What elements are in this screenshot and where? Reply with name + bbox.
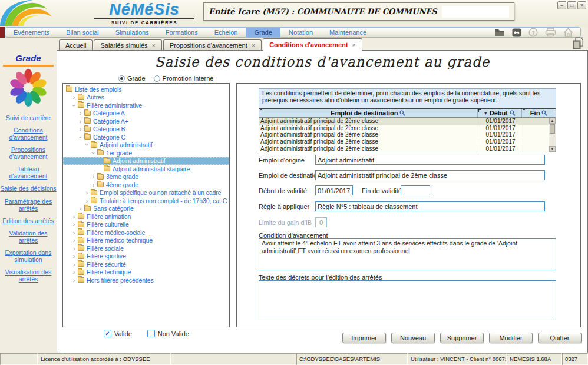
scroll-track[interactable] (549, 134, 556, 146)
sidebar-link-param-trage-des-arr-t-s[interactable]: Paramétrage des arrêtés (0, 198, 57, 212)
tree-item-liste-des-emplois[interactable]: Liste des emplois (63, 85, 229, 94)
tree-item-fili-re-m-dico-technique[interactable]: ›Filière médico-technique (63, 237, 229, 245)
tree-item-sans-cat-gorie[interactable]: ›Sans catégorie (63, 205, 229, 213)
tab-propositions-d-avancement[interactable]: Propositions d'avancement× (163, 39, 262, 50)
menu-item-echelon[interactable]: Echelon (206, 28, 246, 37)
tab-accueil[interactable]: Accueil (59, 39, 93, 50)
sidebar-link-conditions-d-avancement[interactable]: Conditions d'avancement (0, 127, 57, 141)
tree-item-cat-gorie-b[interactable]: ›Catégorie B (63, 125, 229, 134)
search-icon[interactable] (399, 110, 405, 116)
maximize-button[interactable]: □ (567, 1, 576, 9)
tree-item-emploi-sp-cifique-ou-non-rattach-un-cadre[interactable]: ›Emploi spécifique ou non rattaché à un … (63, 189, 229, 197)
sidebar-link-suivi-de-carri-re[interactable]: Suivi de carrière (0, 114, 57, 121)
tree-item-autres[interactable]: ›Autres (63, 94, 229, 102)
open-folder-icon[interactable] (494, 28, 505, 36)
copy-pages-icon[interactable] (572, 36, 584, 51)
emploi-destination-field[interactable] (315, 170, 545, 180)
sidebar-link-validation-des-arr-t-s[interactable]: Validation des arrêtés (0, 230, 57, 244)
tab-conditions-d-avancement[interactable]: Conditions d'avancement× (263, 38, 362, 51)
regle-field[interactable] (315, 201, 545, 211)
table-row[interactable]: Adjoint administratif principal de 2ème … (259, 131, 549, 138)
tree-item-adjoint-administratif-stagiaire[interactable]: Adjoint administratif stagiaire (63, 165, 229, 173)
quitter-button[interactable]: Quitter (538, 333, 582, 343)
sidebar-link-saisie-des-d-cisions[interactable]: Saisie des décisions (0, 185, 57, 192)
column-header-fin[interactable]: Fin (522, 109, 556, 117)
collapsed-arrow-icon[interactable]: › (71, 214, 77, 220)
tree-item-fili-re-s-curit[interactable]: ›Filière sécurité (63, 260, 229, 268)
collapsed-arrow-icon[interactable]: › (78, 205, 83, 211)
menu-item-bilan-social[interactable]: Bilan social (58, 28, 107, 37)
menu-item-notation[interactable]: Notation (280, 28, 321, 37)
scroll-thumb[interactable] (550, 124, 555, 134)
tab-close-icon[interactable]: × (352, 41, 356, 48)
collapsed-arrow-icon[interactable]: › (71, 253, 77, 259)
remote-support-icon[interactable] (512, 28, 521, 37)
table-row[interactable]: Adjoint administratif principal de 2ème … (259, 138, 549, 145)
menu-item-simulations[interactable]: Simulations (107, 28, 157, 37)
sidebar-link-edition-des-arr-t-s[interactable]: Edition des arrêtés (0, 217, 57, 224)
search-icon[interactable] (510, 110, 516, 116)
table-row[interactable]: Adjoint administratif principal de 2ème … (259, 125, 549, 132)
tree-item-fili-re-animation[interactable]: ›Filière animation (63, 213, 229, 221)
supprimer-button[interactable]: Supprimer (440, 333, 484, 343)
collapsed-arrow-icon[interactable]: › (71, 221, 77, 227)
tree-item-fili-re-culturelle[interactable]: ›Filière culturelle (63, 221, 229, 229)
minimize-button[interactable]: − (557, 1, 566, 9)
menu-item-grade[interactable]: Grade (246, 28, 280, 37)
tab-salari-s-simul-s[interactable]: Salariés simulés× (94, 39, 162, 50)
sidebar-link-propositions-d-avancement[interactable]: Propositions d'avancement (0, 146, 57, 160)
collapsed-arrow-icon[interactable]: › (91, 174, 96, 180)
sidebar-link-visualisation-des-arr-t-s[interactable]: Visualisation des arrêtés (0, 268, 57, 283)
tree-item-fili-re-m-dico-sociale[interactable]: ›Filière médico-sociale (63, 228, 229, 237)
collapsed-arrow-icon[interactable]: › (71, 230, 77, 235)
collapsed-arrow-icon[interactable]: › (78, 126, 83, 132)
expanded-arrow-icon[interactable]: › (91, 150, 97, 155)
menu-item-v-nements[interactable]: Événements (5, 28, 58, 37)
tree-item-fili-re-sportive[interactable]: ›Filière sportive (63, 253, 229, 261)
scroll-down-icon[interactable]: ▼ (549, 146, 556, 152)
collapsed-arrow-icon[interactable]: › (78, 110, 83, 116)
imprimer-button[interactable]: Imprimer (342, 333, 386, 343)
column-header-emploi-de-destination[interactable]: Emploi de destination (259, 109, 478, 117)
tree-item-hors-fili-res-pr-c-dentes[interactable]: ›Hors filières précédentes (63, 276, 229, 284)
tree-item-fili-re-administrative[interactable]: ›Filière administrative (63, 101, 229, 110)
search-icon[interactable] (541, 110, 547, 116)
entity-input-field[interactable] (442, 6, 509, 18)
collapsed-arrow-icon[interactable]: › (71, 94, 77, 100)
tree-item-cat-gorie-a[interactable]: ›Catégorie A+ (63, 117, 229, 125)
table-scrollbar[interactable]: ▲ ▼ (549, 118, 556, 152)
expanded-arrow-icon[interactable]: › (78, 134, 84, 140)
tree-item-cat-gorie-a[interactable]: ›Catégorie A (63, 110, 229, 118)
print-icon[interactable] (545, 28, 556, 37)
close-button[interactable]: × (577, 1, 586, 9)
table-row[interactable]: Adjoint administratif principal de 2ème … (259, 145, 549, 152)
collapsed-arrow-icon[interactable]: › (78, 118, 83, 124)
tree-item-3-me-grade[interactable]: ›3ème grade (63, 173, 229, 181)
nouveau-button[interactable]: Nouveau (391, 333, 435, 343)
checkbox-valide[interactable]: ✓Valide (104, 330, 132, 337)
tree-item-fili-re-sociale[interactable]: ›Filière sociale (63, 244, 229, 253)
collapsed-arrow-icon[interactable]: › (71, 245, 77, 251)
fin-validite-field[interactable] (401, 185, 430, 195)
debut-validite-field[interactable] (315, 185, 353, 195)
emploi-origine-field[interactable] (315, 155, 545, 165)
menu-item-maintenance[interactable]: Maintenance (321, 28, 375, 37)
checkbox-non-valide[interactable]: Non Valide (147, 330, 189, 337)
collapsed-arrow-icon[interactable]: › (71, 237, 77, 243)
tree-item-adjoint-administratif[interactable]: Adjoint administratif (63, 157, 229, 165)
condition-textarea[interactable]: Avoir atteint le 4° échelon ET avoir att… (259, 238, 556, 270)
collapsed-arrow-icon[interactable]: › (71, 269, 77, 275)
sidebar-link-exportation-dans-simulation[interactable]: Exportation dans simulation (0, 249, 57, 263)
menu-item-formations[interactable]: Formations (157, 28, 206, 37)
collapsed-arrow-icon[interactable]: › (84, 198, 90, 204)
mode-radio-grade[interactable]: Grade (118, 75, 146, 82)
modifier-button[interactable]: Modifier (489, 333, 533, 343)
decrets-textarea[interactable] (259, 280, 556, 320)
tab-close-icon[interactable]: × (252, 42, 255, 49)
column-header-d-but[interactable]: ▼Début (478, 109, 523, 117)
collapsed-arrow-icon[interactable]: › (71, 261, 77, 267)
tree-item-4-me-grade[interactable]: ›4ème grade (63, 181, 229, 189)
collapsed-arrow-icon[interactable]: › (71, 277, 77, 283)
scroll-up-icon[interactable]: ▲ (549, 118, 556, 124)
collapsed-arrow-icon[interactable]: › (84, 190, 90, 195)
